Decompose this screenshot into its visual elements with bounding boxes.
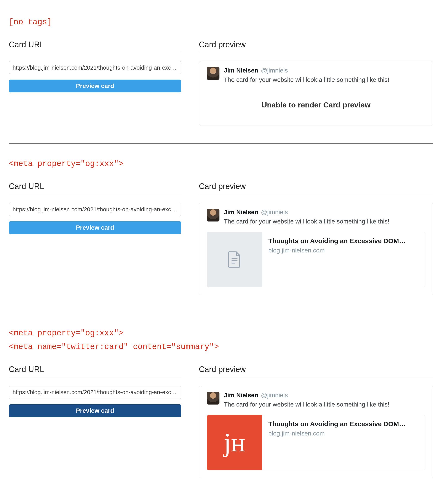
card-error-message: Unable to render Card preview [207, 85, 425, 118]
link-preview-card[interactable]: jн Thoughts on Avoiding an Excessive DOM… [207, 415, 425, 470]
preview-card-button[interactable]: Preview card [9, 221, 181, 234]
card-preview-heading: Card preview [199, 40, 433, 52]
avatar [207, 392, 219, 405]
link-thumbnail-placeholder [207, 232, 262, 287]
example-caption: <meta property="og:xxx"> <meta name="twi… [9, 326, 433, 353]
example-og-and-twitter: <meta property="og:xxx"> <meta name="twi… [9, 326, 433, 478]
example-caption: [no tags] [9, 16, 433, 29]
tweet-header: Jim Nielsen @jimniels The card for your … [207, 67, 425, 83]
example-og-only: <meta property="og:xxx"> Card URL Previe… [9, 157, 433, 295]
preview-card-button[interactable]: Preview card [9, 404, 181, 417]
link-title: Thoughts on Avoiding an Excessive DOM… [268, 237, 419, 245]
card-url-heading: Card URL [9, 182, 181, 194]
avatar [207, 209, 219, 221]
link-thumbnail-image: jн [207, 415, 262, 470]
link-body: Thoughts on Avoiding an Excessive DOM… b… [262, 232, 425, 287]
tweet-name-row: Jim Nielsen @jimniels [224, 209, 389, 216]
tweet-preview: Jim Nielsen @jimniels The card for your … [199, 386, 433, 478]
tweet-display-name: Jim Nielsen [224, 67, 258, 74]
link-body: Thoughts on Avoiding an Excessive DOM… b… [262, 415, 425, 470]
card-preview-panel: Card preview Jim Nielsen @jimniels The c… [199, 182, 433, 295]
card-url-panel: Card URL Preview card [9, 182, 181, 295]
tweet-preview: Jim Nielsen @jimniels The card for your … [199, 61, 433, 126]
card-url-input[interactable] [9, 61, 181, 74]
tweet-name-row: Jim Nielsen @jimniels [224, 67, 389, 74]
card-url-heading: Card URL [9, 40, 181, 52]
card-url-input[interactable] [9, 386, 181, 399]
tweet-display-name: Jim Nielsen [224, 392, 258, 399]
section-divider [9, 144, 433, 144]
tweet-handle: @jimniels [261, 392, 288, 399]
columns: Card URL Preview card Card preview Jim N… [9, 182, 433, 295]
link-preview-card[interactable]: Thoughts on Avoiding an Excessive DOM… b… [207, 232, 425, 287]
tweet-body: The card for your website will look a li… [224, 401, 389, 408]
avatar [207, 67, 219, 80]
card-url-panel: Card URL Preview card [9, 365, 181, 478]
card-url-heading: Card URL [9, 365, 181, 377]
logo-glyph: jн [224, 429, 245, 456]
tweet-header: Jim Nielsen @jimniels The card for your … [207, 392, 425, 408]
example-no-tags: [no tags] Card URL Preview card Card pre… [9, 16, 433, 126]
card-preview-heading: Card preview [199, 365, 433, 377]
card-preview-panel: Card preview Jim Nielsen @jimniels The c… [199, 40, 433, 126]
card-preview-panel: Card preview Jim Nielsen @jimniels The c… [199, 365, 433, 478]
tweet-body: The card for your website will look a li… [224, 218, 389, 225]
example-caption: <meta property="og:xxx"> [9, 157, 433, 171]
link-title: Thoughts on Avoiding an Excessive DOM… [268, 420, 419, 428]
columns: Card URL Preview card Card preview Jim N… [9, 40, 433, 126]
tweet-display-name: Jim Nielsen [224, 209, 258, 216]
section-divider [9, 313, 433, 313]
tweet-name-row: Jim Nielsen @jimniels [224, 392, 389, 399]
tweet-handle: @jimniels [261, 209, 288, 216]
link-domain: blog.jim-nielsen.com [268, 430, 419, 437]
card-url-input[interactable] [9, 203, 181, 216]
columns: Card URL Preview card Card preview Jim N… [9, 365, 433, 478]
document-icon [227, 251, 242, 268]
link-domain: blog.jim-nielsen.com [268, 247, 419, 254]
tweet-header: Jim Nielsen @jimniels The card for your … [207, 209, 425, 225]
tweet-body: The card for your website will look a li… [224, 76, 389, 83]
card-preview-heading: Card preview [199, 182, 433, 194]
preview-card-button[interactable]: Preview card [9, 80, 181, 92]
tweet-preview: Jim Nielsen @jimniels The card for your … [199, 203, 433, 295]
tweet-handle: @jimniels [261, 67, 288, 74]
card-url-panel: Card URL Preview card [9, 40, 181, 126]
